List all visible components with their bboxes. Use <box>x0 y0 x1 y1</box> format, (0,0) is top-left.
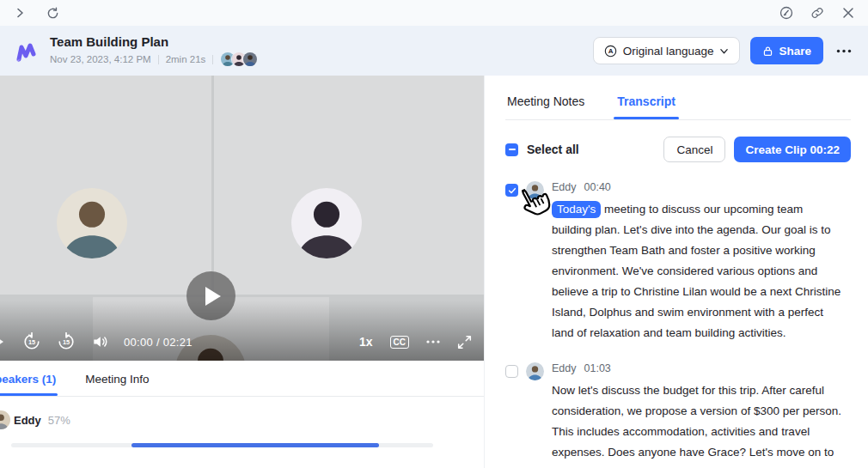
entry-timestamp[interactable]: 01:03 <box>584 362 611 374</box>
video-tile <box>214 76 484 295</box>
highlighted-word[interactable]: Today's <box>552 201 601 218</box>
refresh-icon[interactable] <box>45 5 60 21</box>
participant-video-avatar <box>57 188 127 258</box>
transcript-panel: Meeting Notes Transcript Select all Canc… <box>484 76 868 468</box>
lock-icon <box>762 46 773 57</box>
speaker-percent: 57% <box>48 414 70 427</box>
meeting-date: Nov 23, 2023, 4:12 PM <box>50 54 151 64</box>
speaker-talk-track <box>11 443 433 447</box>
share-label: Share <box>779 45 811 58</box>
speakers-section: Speakers (1) Meeting Info Eddy 57% <box>0 361 484 468</box>
transcript-entry: Eddy 01:03 Now let's discuss the budget … <box>505 362 851 468</box>
more-controls-icon[interactable] <box>426 340 440 343</box>
volume-icon[interactable] <box>91 333 108 350</box>
entry-text[interactable]: Now let's discuss the budget for this tr… <box>552 380 844 468</box>
avatar <box>242 52 258 67</box>
share-button[interactable]: Share <box>750 37 823 64</box>
svg-text:15: 15 <box>63 338 70 346</box>
speaker-row: Eddy 57% <box>0 410 484 429</box>
translate-icon: A <box>604 45 617 58</box>
create-clip-button[interactable]: Create Clip 00:22 <box>734 137 851 162</box>
tab-meeting-info[interactable]: Meeting Info <box>83 373 150 396</box>
entry-timestamp[interactable]: 00:40 <box>584 181 611 193</box>
tab-transcript[interactable]: Transcript <box>615 88 677 119</box>
divider <box>212 55 213 64</box>
language-button[interactable]: A Original language <box>593 37 741 64</box>
link-icon[interactable] <box>810 5 825 21</box>
meeting-header: Team Building Plan Nov 23, 2023, 4:12 PM… <box>0 26 868 76</box>
entry-checkbox-unchecked[interactable] <box>505 365 518 378</box>
speaker-talk-fill[interactable] <box>131 443 379 447</box>
close-icon[interactable] <box>840 5 856 21</box>
speaker-name: Eddy <box>14 414 41 427</box>
captions-icon[interactable]: CC <box>390 336 409 349</box>
avatar <box>526 362 544 380</box>
meeting-duration: 2min 21s <box>166 54 206 64</box>
tab-meeting-notes[interactable]: Meeting Notes <box>505 88 586 119</box>
fullscreen-icon[interactable] <box>457 335 472 349</box>
forward-chevron-icon[interactable] <box>12 5 28 21</box>
tab-speakers[interactable]: Speakers (1) <box>0 373 58 396</box>
participant-avatars[interactable] <box>220 52 258 67</box>
entry-speaker: Eddy <box>552 181 577 193</box>
minutes-logo <box>12 37 40 64</box>
video-controls: 15 15 00:00 / 02:21 1x CC <box>0 323 484 361</box>
entry-checkbox-checked[interactable] <box>505 184 518 197</box>
video-player[interactable]: 15 15 00:00 / 02:21 1x CC <box>0 76 484 361</box>
minutes-window: Team Building Plan Nov 23, 2023, 4:12 PM… <box>0 0 868 468</box>
playback-speed[interactable]: 1x <box>359 335 373 349</box>
meeting-meta: Nov 23, 2023, 4:12 PM 2min 21s <box>50 52 258 67</box>
entry-header: Eddy 01:03 <box>552 362 844 374</box>
left-tabs: Speakers (1) Meeting Info <box>0 361 484 397</box>
divider <box>158 55 159 64</box>
entry-header: Eddy 00:40 <box>552 181 844 193</box>
partial-play-icon[interactable] <box>0 335 3 349</box>
edit-circle-icon[interactable] <box>779 5 794 21</box>
more-icon[interactable] <box>834 40 854 61</box>
svg-text:15: 15 <box>28 338 35 346</box>
cancel-button[interactable]: Cancel <box>663 137 725 162</box>
svg-text:A: A <box>608 47 613 55</box>
transcript-entry: Eddy 00:40 Today's meeting to discuss ou… <box>505 181 851 343</box>
rewind-15-icon[interactable]: 15 <box>22 332 41 351</box>
avatar <box>526 181 544 199</box>
avatar <box>0 410 10 429</box>
playback-time: 00:00 / 02:21 <box>124 336 193 349</box>
entry-text[interactable]: Today's meeting to discuss our upcoming … <box>552 199 844 343</box>
select-all-label: Select all <box>527 143 579 156</box>
page-title: Team Building Plan <box>50 34 258 49</box>
entry-speaker: Eddy <box>552 362 577 374</box>
panel-tabs: Meeting Notes Transcript <box>505 88 851 120</box>
clip-toolbar: Select all Cancel Create Clip 00:22 <box>505 137 851 162</box>
select-all-checkbox[interactable] <box>505 143 518 156</box>
browser-topbar <box>0 0 868 26</box>
forward-15-icon[interactable]: 15 <box>57 332 76 351</box>
video-tile <box>0 76 211 295</box>
language-label: Original language <box>623 45 714 58</box>
participant-video-avatar <box>291 188 362 258</box>
chevron-down-icon <box>719 46 729 56</box>
